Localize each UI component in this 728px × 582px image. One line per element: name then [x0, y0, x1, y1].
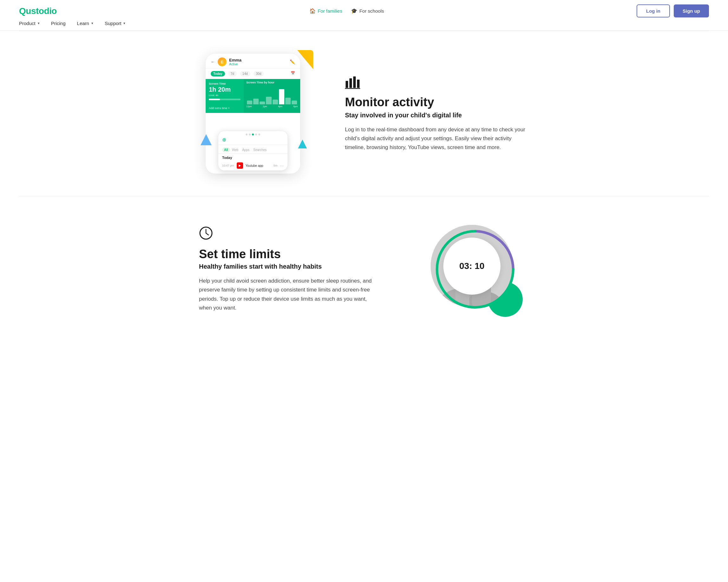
- username-text: Emma: [229, 58, 287, 62]
- support-label: Support: [105, 21, 122, 26]
- site-header: Qustodio 🏠 For families 🎓 For schools Lo…: [0, 0, 728, 31]
- nav-support[interactable]: Support ▾: [105, 21, 126, 26]
- add-extra-time-button[interactable]: Add extra time +: [209, 107, 240, 110]
- dot-2: [249, 134, 251, 135]
- login-button[interactable]: Log in: [636, 4, 670, 18]
- dot-1: [245, 134, 248, 135]
- tab-today[interactable]: Today: [211, 71, 225, 77]
- nav-product[interactable]: Product ▾: [19, 21, 40, 26]
- dot-4: [255, 134, 257, 135]
- learn-label: Learn: [77, 21, 89, 26]
- nav-for-schools[interactable]: 🎓 For schools: [351, 8, 384, 14]
- tab-30d[interactable]: 30d: [254, 71, 264, 77]
- clock-icon: [199, 226, 396, 243]
- monitor-text-content: Monitor activity Stay involved in your c…: [345, 75, 529, 152]
- activity-time: 10:47 pm: [222, 164, 234, 167]
- bar-7: [285, 98, 291, 104]
- school-icon: 🎓: [351, 8, 357, 14]
- user-info: Emma Active: [229, 58, 287, 66]
- screen-time-box: Screen Time 1h 20m Limit: 4h Add extra t…: [206, 79, 244, 113]
- support-chevron-icon: ▾: [124, 21, 125, 25]
- for-families-label: For families: [318, 8, 342, 13]
- svg-rect-3: [357, 80, 360, 88]
- home-icon: 🏠: [309, 8, 316, 14]
- logo-text: Qustodio: [19, 6, 57, 16]
- learn-chevron-icon: ▾: [92, 21, 93, 25]
- chart-bars: [246, 85, 298, 104]
- svg-rect-1: [349, 78, 352, 88]
- screen-time-value: 1h 20m: [209, 86, 240, 93]
- back-arrow-icon: ←: [211, 59, 215, 64]
- bar-2: [253, 99, 259, 104]
- user-status-text: Active: [229, 62, 287, 66]
- monitor-icon: [345, 75, 529, 92]
- activity-item: 10:47 pm ▶ Youtube app 5m ···: [218, 161, 287, 170]
- product-chevron-icon: ▾: [38, 21, 40, 25]
- bar-5: [272, 100, 278, 104]
- bar-6-highlight: [279, 89, 284, 104]
- phone-time-tabs: Today 7d 14d 30d 📅: [206, 68, 300, 79]
- time-limits-description: Help your child avoid screen addiction, …: [199, 277, 377, 312]
- nav-pricing[interactable]: Pricing: [51, 21, 66, 26]
- monitor-description: Log in to the real-time dashboard from a…: [345, 125, 529, 152]
- phone-content-grid: Screen Time 1h 20m Limit: 4h Add extra t…: [206, 79, 300, 113]
- phone-mockup: ← E Emma Active ✏️ Today 7d 14d 30d 📅: [199, 50, 313, 177]
- chart-time-1: 12pm: [246, 105, 252, 108]
- second-screen-tabs: All Web Apps Searches: [218, 145, 287, 154]
- pricing-label: Pricing: [51, 21, 66, 26]
- tab-searches[interactable]: Searches: [251, 147, 268, 152]
- progress-bar: [209, 99, 240, 100]
- carousel-dots: [218, 131, 287, 137]
- activity-name: Youtube app: [245, 164, 271, 167]
- product-label: Product: [19, 21, 35, 26]
- nav-for-families[interactable]: 🏠 For families: [309, 8, 342, 14]
- signup-button[interactable]: Sign up: [674, 4, 709, 18]
- bar-1: [247, 101, 252, 104]
- monitor-visual: ← E Emma Active ✏️ Today 7d 14d 30d 📅: [199, 50, 319, 177]
- time-limits-section: Set time limits Healthy families start w…: [174, 196, 554, 342]
- for-schools-label: For schools: [359, 8, 384, 13]
- dot-5: [258, 134, 260, 135]
- header-actions: Log in Sign up: [636, 4, 709, 18]
- tab-apps[interactable]: Apps: [240, 147, 251, 152]
- chart-time-4: 6pm: [293, 105, 298, 108]
- top-navigation: 🏠 For families 🎓 For schools: [309, 8, 384, 14]
- activity-menu-icon[interactable]: ···: [280, 163, 284, 168]
- monitor-title: Monitor activity: [345, 96, 529, 109]
- tab-7d[interactable]: 7d: [228, 71, 237, 77]
- monitor-subtitle: Stay involved in your child's digital li…: [345, 112, 529, 119]
- svg-line-7: [206, 233, 208, 235]
- timer-arc-svg: [427, 222, 523, 317]
- logo[interactable]: Qustodio: [19, 6, 57, 16]
- chart-time-3: 4pm: [278, 105, 282, 108]
- svg-rect-0: [345, 81, 348, 88]
- nav-learn[interactable]: Learn ▾: [77, 21, 93, 26]
- bar-4: [266, 97, 271, 104]
- monitor-activity-section: ← E Emma Active ✏️ Today 7d 14d 30d 📅: [174, 31, 554, 196]
- youtube-icon: ▶: [237, 162, 243, 169]
- second-phone-screen: ⊕ All Web Apps Searches Today 10:47 pm ▶…: [218, 131, 288, 171]
- chart-time-labels: 12pm 2pm 4pm 6pm: [246, 105, 298, 108]
- chart-box: Screen Time by hour 12pm: [244, 79, 300, 113]
- chart-time-2: 2pm: [263, 105, 267, 108]
- tab-all[interactable]: All: [222, 147, 230, 152]
- phone-header: ← E Emma Active ✏️: [206, 54, 300, 68]
- screen-time-label: Screen Time: [209, 82, 240, 85]
- bar-3: [260, 102, 265, 104]
- progress-fill: [209, 99, 220, 100]
- edit-icon: ✏️: [290, 59, 295, 64]
- tab-14d[interactable]: 14d: [240, 71, 251, 77]
- time-limits-subtitle: Healthy families start with healthy habi…: [199, 263, 396, 270]
- second-screen-filter-icon: ⊕: [218, 137, 287, 145]
- svg-rect-2: [353, 77, 356, 88]
- dot-3-active: [252, 134, 254, 135]
- time-limits-text-content: Set time limits Healthy families start w…: [199, 226, 396, 312]
- bar-8: [292, 101, 297, 104]
- tab-web[interactable]: Web: [230, 147, 240, 152]
- bottom-navigation: Product ▾ Pricing Learn ▾ Support ▾: [19, 21, 709, 30]
- filter-icon: ⊕: [222, 137, 226, 143]
- limit-text: Limit: 4h: [209, 94, 240, 97]
- user-avatar: E: [218, 57, 227, 66]
- time-limits-visual: 03: 10: [421, 222, 529, 317]
- time-limits-title: Set time limits: [199, 247, 396, 261]
